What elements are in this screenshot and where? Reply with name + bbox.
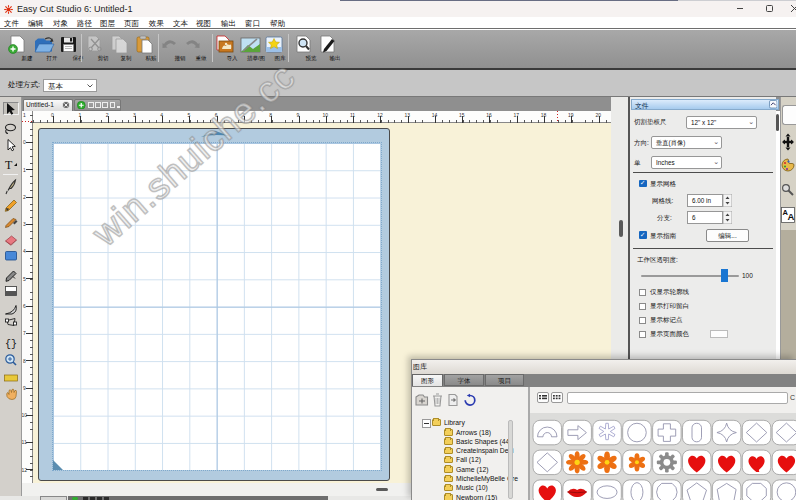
svg-text:T: T	[5, 158, 13, 172]
svg-text:A: A	[788, 211, 795, 222]
svg-text:{}: {}	[5, 339, 17, 350]
